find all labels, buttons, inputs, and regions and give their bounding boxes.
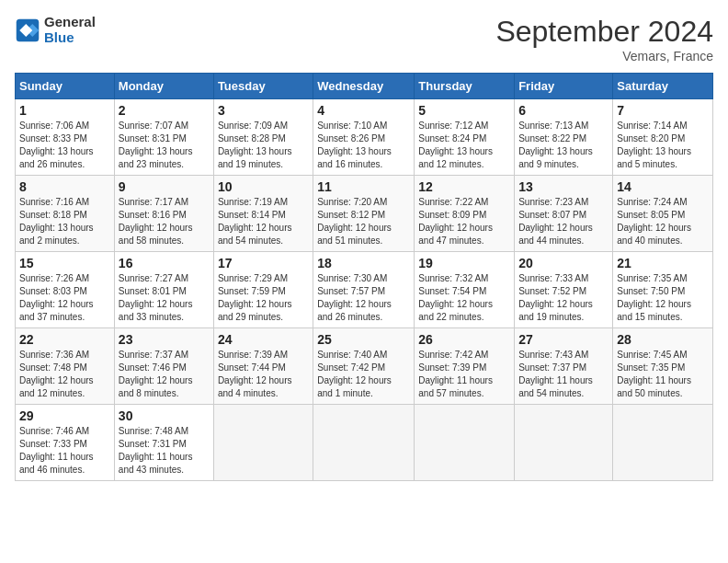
calendar-cell: 6Sunrise: 7:13 AM Sunset: 8:22 PM Daylig… <box>515 99 613 176</box>
day-number: 21 <box>617 256 709 270</box>
day-info: Sunrise: 7:14 AM Sunset: 8:20 PM Dayligh… <box>617 120 709 171</box>
calendar-cell: 10Sunrise: 7:19 AM Sunset: 8:14 PM Dayli… <box>213 176 313 252</box>
day-info: Sunrise: 7:32 AM Sunset: 7:54 PM Dayligh… <box>418 272 510 324</box>
day-info: Sunrise: 7:12 AM Sunset: 8:24 PM Dayligh… <box>418 120 510 171</box>
logo-text: General Blue <box>44 15 96 45</box>
day-number: 30 <box>119 408 210 423</box>
calendar-cell: 29Sunrise: 7:46 AM Sunset: 7:33 PM Dayli… <box>16 405 115 481</box>
day-number: 27 <box>518 332 609 347</box>
calendar-cell: 26Sunrise: 7:42 AM Sunset: 7:39 PM Dayli… <box>415 328 515 405</box>
day-info: Sunrise: 7:39 AM Sunset: 7:44 PM Dayligh… <box>218 349 309 400</box>
header: General Blue September 2024 Vemars, Fran… <box>15 15 713 63</box>
day-info: Sunrise: 7:42 AM Sunset: 7:39 PM Dayligh… <box>418 349 510 400</box>
day-info: Sunrise: 7:35 AM Sunset: 7:50 PM Dayligh… <box>617 272 709 324</box>
calendar-week-3: 15Sunrise: 7:26 AM Sunset: 8:03 PM Dayli… <box>16 252 713 328</box>
day-number: 24 <box>218 332 309 347</box>
calendar-cell: 30Sunrise: 7:48 AM Sunset: 7:31 PM Dayli… <box>114 405 213 481</box>
day-info: Sunrise: 7:13 AM Sunset: 8:22 PM Dayligh… <box>518 120 609 171</box>
day-number: 28 <box>617 332 709 347</box>
day-info: Sunrise: 7:37 AM Sunset: 7:46 PM Dayligh… <box>119 349 210 400</box>
calendar-week-2: 8Sunrise: 7:16 AM Sunset: 8:18 PM Daylig… <box>16 176 713 252</box>
day-number: 5 <box>418 103 510 118</box>
calendar-week-1: 1Sunrise: 7:06 AM Sunset: 8:33 PM Daylig… <box>16 99 713 176</box>
day-number: 8 <box>19 179 110 194</box>
calendar-week-5: 29Sunrise: 7:46 AM Sunset: 7:33 PM Dayli… <box>16 405 713 481</box>
day-number: 25 <box>317 332 410 347</box>
day-info: Sunrise: 7:29 AM Sunset: 7:59 PM Dayligh… <box>218 272 309 324</box>
calendar-cell <box>313 405 415 481</box>
col-monday: Monday <box>114 74 213 99</box>
day-number: 3 <box>218 103 309 118</box>
day-info: Sunrise: 7:40 AM Sunset: 7:42 PM Dayligh… <box>317 349 410 400</box>
calendar-cell: 5Sunrise: 7:12 AM Sunset: 8:24 PM Daylig… <box>415 99 515 176</box>
location: Vemars, France <box>495 49 713 63</box>
calendar-week-4: 22Sunrise: 7:36 AM Sunset: 7:48 PM Dayli… <box>16 328 713 405</box>
day-number: 29 <box>19 408 110 423</box>
day-info: Sunrise: 7:22 AM Sunset: 8:09 PM Dayligh… <box>418 196 510 247</box>
col-thursday: Thursday <box>415 74 515 99</box>
calendar-cell: 20Sunrise: 7:33 AM Sunset: 7:52 PM Dayli… <box>515 252 613 328</box>
day-number: 7 <box>617 103 709 118</box>
day-number: 9 <box>119 179 210 194</box>
day-number: 15 <box>19 256 110 270</box>
calendar-cell: 2Sunrise: 7:07 AM Sunset: 8:31 PM Daylig… <box>114 99 213 176</box>
col-sunday: Sunday <box>16 74 115 99</box>
day-number: 26 <box>418 332 510 347</box>
day-number: 4 <box>317 103 410 118</box>
day-number: 11 <box>317 179 410 194</box>
col-tuesday: Tuesday <box>213 74 313 99</box>
day-number: 23 <box>119 332 210 347</box>
calendar-cell: 23Sunrise: 7:37 AM Sunset: 7:46 PM Dayli… <box>114 328 213 405</box>
calendar-cell: 25Sunrise: 7:40 AM Sunset: 7:42 PM Dayli… <box>313 328 415 405</box>
calendar-cell: 27Sunrise: 7:43 AM Sunset: 7:37 PM Dayli… <box>515 328 613 405</box>
day-info: Sunrise: 7:06 AM Sunset: 8:33 PM Dayligh… <box>19 120 110 171</box>
calendar-cell: 4Sunrise: 7:10 AM Sunset: 8:26 PM Daylig… <box>313 99 415 176</box>
logo-icon <box>15 17 40 43</box>
day-info: Sunrise: 7:19 AM Sunset: 8:14 PM Dayligh… <box>218 196 309 247</box>
calendar-cell: 14Sunrise: 7:24 AM Sunset: 8:05 PM Dayli… <box>613 176 713 252</box>
day-info: Sunrise: 7:16 AM Sunset: 8:18 PM Dayligh… <box>19 196 110 247</box>
day-number: 14 <box>617 179 709 194</box>
day-info: Sunrise: 7:20 AM Sunset: 8:12 PM Dayligh… <box>317 196 410 247</box>
header-row: Sunday Monday Tuesday Wednesday Thursday… <box>16 74 713 99</box>
day-number: 13 <box>518 179 609 194</box>
day-info: Sunrise: 7:33 AM Sunset: 7:52 PM Dayligh… <box>518 272 609 324</box>
day-info: Sunrise: 7:27 AM Sunset: 8:01 PM Dayligh… <box>119 272 210 324</box>
day-info: Sunrise: 7:09 AM Sunset: 8:28 PM Dayligh… <box>218 120 309 171</box>
day-info: Sunrise: 7:07 AM Sunset: 8:31 PM Dayligh… <box>119 120 210 171</box>
day-info: Sunrise: 7:48 AM Sunset: 7:31 PM Dayligh… <box>119 425 210 477</box>
day-info: Sunrise: 7:26 AM Sunset: 8:03 PM Dayligh… <box>19 272 110 324</box>
col-wednesday: Wednesday <box>313 74 415 99</box>
day-info: Sunrise: 7:23 AM Sunset: 8:07 PM Dayligh… <box>518 196 609 247</box>
calendar-cell: 9Sunrise: 7:17 AM Sunset: 8:16 PM Daylig… <box>114 176 213 252</box>
day-number: 1 <box>19 103 110 118</box>
title-area: September 2024 Vemars, France <box>495 15 713 63</box>
logo: General Blue <box>15 15 96 45</box>
calendar-cell <box>213 405 313 481</box>
day-number: 17 <box>218 256 309 270</box>
calendar-table: Sunday Monday Tuesday Wednesday Thursday… <box>15 73 713 481</box>
calendar-cell: 13Sunrise: 7:23 AM Sunset: 8:07 PM Dayli… <box>515 176 613 252</box>
day-info: Sunrise: 7:10 AM Sunset: 8:26 PM Dayligh… <box>317 120 410 171</box>
day-info: Sunrise: 7:46 AM Sunset: 7:33 PM Dayligh… <box>19 425 110 477</box>
day-number: 20 <box>518 256 609 270</box>
calendar-cell: 15Sunrise: 7:26 AM Sunset: 8:03 PM Dayli… <box>16 252 115 328</box>
calendar-cell: 17Sunrise: 7:29 AM Sunset: 7:59 PM Dayli… <box>213 252 313 328</box>
calendar-cell: 12Sunrise: 7:22 AM Sunset: 8:09 PM Dayli… <box>415 176 515 252</box>
day-number: 16 <box>119 256 210 270</box>
calendar-cell: 19Sunrise: 7:32 AM Sunset: 7:54 PM Dayli… <box>415 252 515 328</box>
calendar-cell: 21Sunrise: 7:35 AM Sunset: 7:50 PM Dayli… <box>613 252 713 328</box>
day-info: Sunrise: 7:43 AM Sunset: 7:37 PM Dayligh… <box>518 349 609 400</box>
calendar-cell <box>515 405 613 481</box>
col-friday: Friday <box>515 74 613 99</box>
calendar-cell: 16Sunrise: 7:27 AM Sunset: 8:01 PM Dayli… <box>114 252 213 328</box>
calendar-cell: 3Sunrise: 7:09 AM Sunset: 8:28 PM Daylig… <box>213 99 313 176</box>
day-number: 18 <box>317 256 410 270</box>
day-number: 10 <box>218 179 309 194</box>
calendar-cell: 11Sunrise: 7:20 AM Sunset: 8:12 PM Dayli… <box>313 176 415 252</box>
day-number: 19 <box>418 256 510 270</box>
day-info: Sunrise: 7:30 AM Sunset: 7:57 PM Dayligh… <box>317 272 410 324</box>
calendar-cell: 8Sunrise: 7:16 AM Sunset: 8:18 PM Daylig… <box>16 176 115 252</box>
calendar-cell: 28Sunrise: 7:45 AM Sunset: 7:35 PM Dayli… <box>613 328 713 405</box>
calendar-cell: 22Sunrise: 7:36 AM Sunset: 7:48 PM Dayli… <box>16 328 115 405</box>
